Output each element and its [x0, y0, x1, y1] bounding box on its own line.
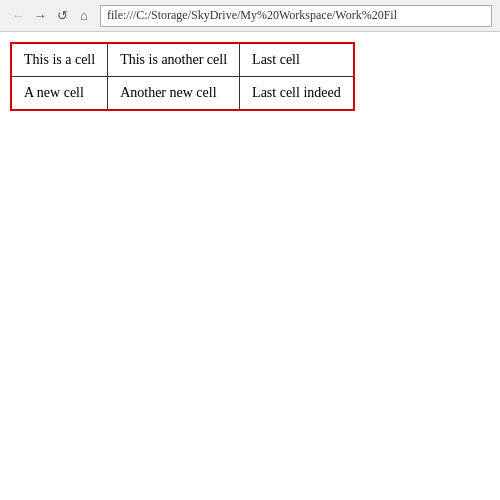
cell-0-2: Last cell [240, 43, 354, 77]
address-bar[interactable]: file:///C:/Storage/SkyDrive/My%20Workspa… [100, 5, 492, 27]
cell-1-1: Another new cell [108, 77, 240, 111]
reload-button[interactable]: ↺ [52, 6, 72, 26]
cell-0-1: This is another cell [108, 43, 240, 77]
page-content: This is a cellThis is another cellLast c… [0, 32, 500, 121]
cell-1-2: Last cell indeed [240, 77, 354, 111]
browser-toolbar: ← → ↺ ⌂ file:///C:/Storage/SkyDrive/My%2… [0, 0, 500, 32]
back-button[interactable]: ← [8, 6, 28, 26]
table-row: A new cellAnother new cellLast cell inde… [11, 77, 354, 111]
nav-buttons: ← → ↺ ⌂ [8, 6, 94, 26]
main-table: This is a cellThis is another cellLast c… [10, 42, 355, 111]
cell-0-0: This is a cell [11, 43, 108, 77]
forward-button[interactable]: → [30, 6, 50, 26]
cell-1-0: A new cell [11, 77, 108, 111]
home-button[interactable]: ⌂ [74, 6, 94, 26]
table-row: This is a cellThis is another cellLast c… [11, 43, 354, 77]
